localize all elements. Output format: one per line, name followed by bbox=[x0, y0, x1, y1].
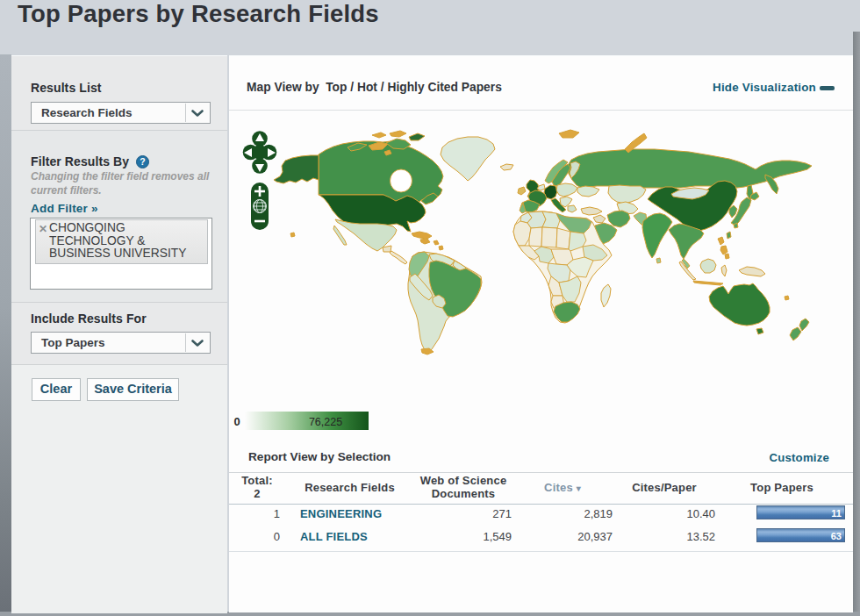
svg-text:?: ? bbox=[140, 156, 146, 167]
svg-text:0: 0 bbox=[233, 415, 240, 428]
svg-text:76,225: 76,225 bbox=[309, 416, 342, 428]
